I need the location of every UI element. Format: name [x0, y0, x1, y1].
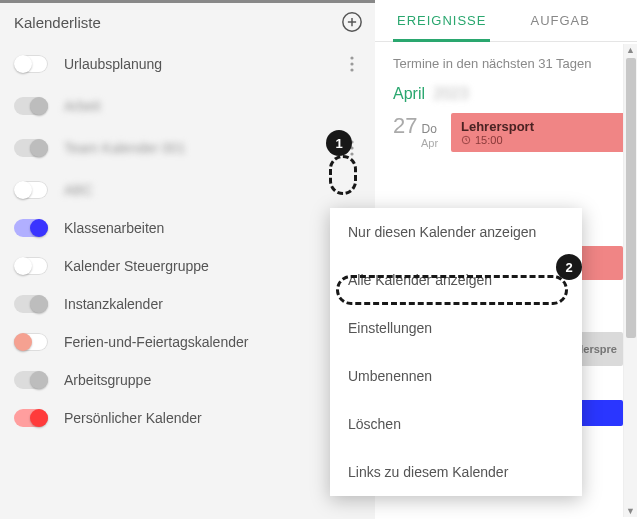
calendar-list-panel: Kalenderliste UrlaubsplanungArbeitTeam K… — [0, 0, 375, 519]
scroll-thumb[interactable] — [626, 58, 636, 338]
dots-vertical-icon — [350, 56, 354, 72]
scroll-up-arrow[interactable]: ▲ — [624, 44, 637, 56]
calendar-toggle[interactable] — [14, 181, 48, 199]
calendar-row: Klassenarbeiten — [0, 209, 375, 247]
calendar-row: Instanzkalender — [0, 285, 375, 323]
calendar-toggle[interactable] — [14, 371, 48, 389]
svg-point-3 — [350, 56, 353, 59]
add-calendar-button[interactable] — [341, 11, 363, 33]
tab-bar: EREIGNISSE AUFGAB — [375, 0, 637, 42]
calendar-toggle[interactable] — [14, 219, 48, 237]
svg-point-8 — [350, 152, 353, 155]
calendar-name: Kalender Steuergruppe — [64, 258, 365, 274]
event-weekday: Do — [421, 122, 436, 136]
event-title: Lehrersport — [461, 119, 625, 134]
plus-circle-icon — [341, 11, 363, 33]
event-date: 27 Do Apr — [393, 113, 441, 152]
tab-tasks[interactable]: AUFGAB — [508, 0, 611, 41]
svg-point-5 — [350, 68, 353, 71]
calendar-name: ABC — [64, 182, 365, 198]
calendar-toggle[interactable] — [14, 333, 48, 351]
event-time: 15:00 — [461, 134, 625, 146]
calendar-name: Klassenarbeiten — [64, 220, 365, 236]
calendar-list: UrlaubsplanungArbeitTeam Kalender 001ABC… — [0, 41, 375, 519]
calendar-list-header: Kalenderliste — [0, 3, 375, 41]
svg-point-4 — [350, 62, 353, 65]
calendar-name: Instanzkalender — [64, 296, 365, 312]
calendar-name: Urlaubsplanung — [64, 56, 339, 72]
menu-links[interactable]: Links zu diesem Kalender — [330, 448, 582, 496]
calendar-more-button[interactable] — [339, 51, 365, 77]
menu-delete[interactable]: Löschen — [330, 400, 582, 448]
clock-icon — [461, 135, 471, 145]
annotation-badge-1: 1 — [326, 130, 352, 156]
calendar-context-menu: Nur diesen Kalender anzeigen Alle Kalend… — [330, 208, 582, 496]
calendar-list-title: Kalenderliste — [14, 14, 101, 31]
calendar-row: Ferien-und-Feiertagskalender — [0, 323, 375, 361]
calendar-row: Urlaubsplanung — [0, 41, 375, 87]
calendar-row: Team Kalender 001 — [0, 125, 375, 171]
menu-rename[interactable]: Umbenennen — [330, 352, 582, 400]
menu-only-this-calendar[interactable]: Nur diesen Kalender anzeigen — [330, 208, 582, 256]
calendar-row: Persönlicher Kalender — [0, 399, 375, 437]
tab-events[interactable]: EREIGNISSE — [375, 0, 508, 41]
calendar-row: ABC — [0, 171, 375, 209]
menu-all-calendars[interactable]: Alle Kalender anzeigen — [330, 256, 582, 304]
event-month-short: Apr — [421, 137, 438, 149]
calendar-toggle[interactable] — [14, 409, 48, 427]
scroll-down-arrow[interactable]: ▼ — [624, 505, 637, 517]
event-row: 27 Do Apr Lehrersport 15:00 — [375, 113, 637, 152]
calendar-toggle[interactable] — [14, 139, 48, 157]
event-day-number: 27 — [393, 115, 417, 137]
calendar-toggle[interactable] — [14, 55, 48, 73]
calendar-row: Arbeitsgruppe — [0, 361, 375, 399]
calendar-row: Kalender Steuergruppe — [0, 247, 375, 285]
calendar-name: Persönlicher Kalender — [64, 410, 365, 426]
annotation-badge-2: 2 — [556, 254, 582, 280]
year-blurred: 2023 — [433, 85, 469, 103]
right-scrollbar[interactable]: ▲ ▼ — [623, 44, 637, 517]
month-name: April — [393, 85, 425, 103]
event-time-text: 15:00 — [475, 134, 503, 146]
calendar-toggle[interactable] — [14, 295, 48, 313]
month-label: April 2023 — [375, 83, 637, 113]
calendar-name: Ferien-und-Feiertagskalender — [64, 334, 365, 350]
menu-settings[interactable]: Einstellungen — [330, 304, 582, 352]
events-subheader: Termine in den nächsten 31 Tagen — [375, 42, 637, 83]
calendar-name: Arbeit — [64, 98, 365, 114]
calendar-toggle[interactable] — [14, 257, 48, 275]
calendar-name: Team Kalender 001 — [64, 140, 339, 156]
calendar-toggle[interactable] — [14, 97, 48, 115]
calendar-row: Arbeit — [0, 87, 375, 125]
event-card[interactable]: Lehrersport 15:00 — [451, 113, 635, 152]
calendar-name: Arbeitsgruppe — [64, 372, 365, 388]
